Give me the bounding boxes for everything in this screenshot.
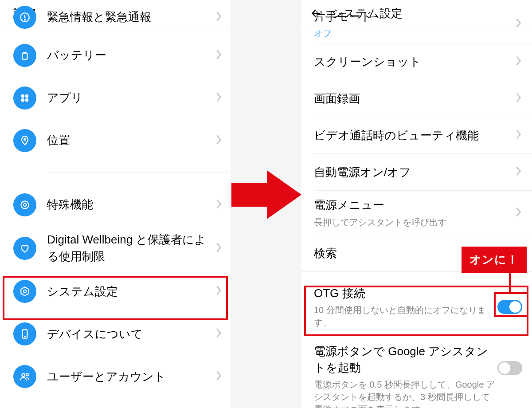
item-title: 電源メニュー (314, 197, 515, 213)
svg-point-10 (21, 201, 28, 208)
chevron-right-icon (215, 369, 223, 384)
callout-text: オンに！ (469, 253, 519, 266)
chevron-right-icon (215, 133, 223, 148)
svg-point-17 (26, 373, 28, 376)
chevron-right-icon (215, 241, 223, 255)
svg-marker-18 (231, 170, 301, 219)
settings-item-emergency[interactable]: 緊急情報と緊急通報 (0, 0, 231, 34)
otg-toggle[interactable] (497, 300, 522, 314)
chevron-right-icon (215, 198, 223, 212)
svg-rect-8 (26, 99, 28, 102)
chevron-right-icon (515, 206, 522, 220)
chevron-right-icon (515, 128, 522, 142)
settings-item-about[interactable]: デバイスについて (0, 313, 231, 355)
item-label: ユーザーとアカウント (47, 369, 215, 385)
item-title: 自動電源オン/オフ (314, 164, 515, 180)
battery-icon (13, 44, 36, 67)
svg-rect-5 (21, 94, 24, 97)
location-icon (13, 129, 36, 152)
item-subtitle: 10 分間使用しないと自動的にオフになります。 (314, 304, 497, 329)
users-icon (13, 365, 36, 388)
item-subtitle: 長押しでアシスタントを呼び出す (314, 216, 515, 228)
settings-list: 緊急情報と緊急通報 バッテリー アプリ 位置 (0, 0, 231, 398)
svg-rect-7 (21, 99, 24, 102)
system-item-screenshot[interactable]: スクリーンショット (301, 43, 532, 80)
settings-item-users[interactable]: ユーザーとアカウント (0, 355, 231, 398)
chevron-right-icon (215, 91, 223, 105)
chevron-right-icon (215, 284, 223, 298)
chevron-right-icon (215, 327, 223, 341)
item-label: 位置 (47, 132, 215, 149)
item-label: システム設定 (47, 283, 215, 300)
chevron-right-icon (215, 10, 223, 24)
group-divider (48, 173, 231, 173)
right-phone-system-settings: システム設定 片手モード オフ スクリーンショット 画面録画 ビデオ通話時のビュ… (301, 0, 532, 408)
guide-arrow-icon (231, 170, 301, 219)
power-assistant-toggle[interactable] (497, 361, 522, 375)
special-icon (13, 193, 36, 216)
system-item-onehand[interactable]: 片手モード オフ (301, 7, 532, 43)
svg-point-15 (24, 337, 26, 338)
item-title: 電源ボタンで Google アシスタントを起動 (314, 343, 497, 376)
chevron-right-icon (515, 55, 522, 69)
item-subtitle: 電源ボタンを 0.5 秒間長押しして、Google アシスタントを起動するか、3… (314, 378, 497, 408)
chevron-right-icon (515, 165, 522, 179)
item-title: スクリーンショット (314, 54, 515, 70)
svg-point-13 (23, 290, 27, 293)
item-title: OTG 接続 (314, 285, 497, 301)
settings-item-special[interactable]: 特殊機能 (0, 184, 231, 226)
svg-point-2 (24, 19, 25, 20)
svg-marker-12 (21, 287, 28, 296)
callout-connector (509, 271, 511, 292)
settings-item-apps[interactable]: アプリ (0, 77, 231, 119)
item-subtitle: オフ (314, 27, 515, 39)
device-icon (13, 322, 36, 345)
system-item-otg[interactable]: OTG 接続 10 分間使用しないと自動的にオフになります。 (301, 279, 532, 335)
settings-item-battery[interactable]: バッテリー (0, 34, 231, 77)
settings-item-location[interactable]: 位置 (0, 119, 231, 162)
system-item-autopower[interactable]: 自動電源オン/オフ (301, 154, 532, 190)
spacer (301, 272, 532, 279)
callout-turn-on: オンに！ (462, 247, 527, 273)
alert-icon (13, 6, 36, 29)
system-item-screenrecord[interactable]: 画面録画 (301, 80, 532, 117)
system-item-beauty[interactable]: ビデオ通話時のビューティ機能 (301, 117, 532, 153)
left-phone-settings: 設定 緊急情報と緊急通報 バッテリー アプリ (0, 0, 231, 408)
item-label: アプリ (47, 90, 215, 106)
svg-rect-6 (26, 94, 28, 97)
svg-rect-4 (23, 53, 27, 59)
item-label: デバイスについて (47, 326, 215, 343)
wellbeing-icon (13, 237, 36, 260)
system-item-powermenu[interactable]: 電源メニュー 長押しでアシスタントを呼び出す (301, 191, 532, 234)
item-title: 画面録画 (314, 90, 515, 106)
svg-point-16 (22, 374, 25, 377)
apps-icon (13, 86, 36, 110)
item-label: 特殊機能 (47, 196, 215, 213)
svg-point-11 (23, 204, 27, 207)
svg-point-9 (24, 138, 26, 141)
system-item-powerassistant[interactable]: 電源ボタンで Google アシスタントを起動 電源ボタンを 0.5 秒間長押し… (301, 335, 532, 408)
item-title: ビデオ通話時のビューティ機能 (314, 127, 515, 143)
settings-item-system[interactable]: システム設定 (0, 270, 231, 313)
item-label: Digital Wellbeing と保護者による使用制限 (47, 231, 215, 265)
system-settings-list: 片手モード オフ スクリーンショット 画面録画 ビデオ通話時のビューティ機能 自… (301, 7, 532, 408)
settings-item-wellbeing[interactable]: Digital Wellbeing と保護者による使用制限 (0, 226, 231, 270)
system-icon (13, 280, 36, 303)
chevron-right-icon (215, 48, 223, 63)
chevron-right-icon (515, 91, 522, 106)
item-title: 片手モード (314, 8, 515, 24)
item-label: バッテリー (47, 47, 215, 64)
chevron-right-icon (515, 17, 522, 31)
item-label: 緊急情報と緊急通報 (47, 9, 215, 26)
